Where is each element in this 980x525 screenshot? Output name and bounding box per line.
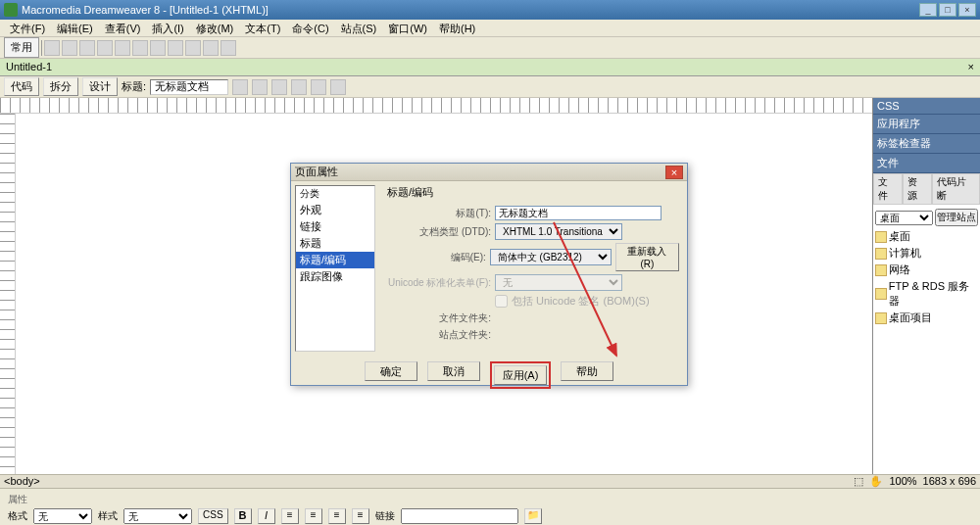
menu-item-4[interactable]: 修改(M) [190, 20, 240, 36]
browser-check-icon[interactable] [232, 79, 248, 95]
folder-icon [875, 312, 887, 324]
dialog-close-button[interactable]: × [665, 166, 683, 179]
panel-css[interactable]: CSS [873, 98, 980, 115]
document-toolbar: 代码 拆分 设计 标题: [0, 76, 980, 98]
tree-item[interactable]: FTP & RDS 服务器 [875, 278, 978, 310]
ok-button[interactable]: 确定 [365, 361, 417, 381]
panel-application[interactable]: 应用程序 [873, 115, 980, 134]
page-properties-dialog: 页面属性 × 分类 外观链接标题标题/编码跟踪图像 标题/编码 标题(T): 文… [290, 163, 688, 386]
document-tab[interactable]: Untitled-1 × [0, 59, 980, 76]
category-item[interactable]: 链接 [296, 218, 374, 235]
ruler-horizontal [0, 98, 872, 114]
hand-tool-icon[interactable]: ✋ [869, 475, 883, 488]
app-logo-icon [4, 3, 18, 17]
refresh-icon[interactable] [311, 79, 326, 95]
files-tab-snippets[interactable]: 代码片断 [932, 173, 981, 205]
email-icon[interactable] [62, 40, 77, 56]
image-icon[interactable] [115, 40, 130, 56]
tree-item[interactable]: 桌面项目 [875, 310, 978, 326]
tree-item[interactable]: 计算机 [875, 245, 978, 262]
panel-tag-inspector[interactable]: 标签检查器 [873, 134, 980, 154]
file-mgmt-icon[interactable] [271, 79, 287, 95]
zoom-level[interactable]: 100% [889, 475, 916, 488]
align-left-icon[interactable]: ≡ [281, 508, 299, 524]
comment-icon[interactable] [185, 40, 201, 56]
italic-button[interactable]: I [258, 508, 275, 524]
align-justify-icon[interactable]: ≡ [352, 508, 369, 524]
menu-item-2[interactable]: 查看(V) [99, 20, 147, 36]
link-input[interactable] [401, 508, 518, 524]
dialog-title-input[interactable] [495, 206, 662, 220]
category-item[interactable]: 外观 [296, 202, 374, 218]
align-right-icon[interactable]: ≡ [328, 508, 346, 524]
properties-header[interactable]: 属性 [8, 493, 972, 506]
files-panel-body: 桌面 管理站点 桌面计算机网络FTP & RDS 服务器桌面项目 [873, 205, 980, 474]
tree-item[interactable]: 网络 [875, 262, 978, 278]
bold-button[interactable]: B [234, 508, 252, 524]
menu-item-8[interactable]: 窗口(W) [382, 20, 433, 36]
computer-icon [875, 248, 887, 260]
menu-item-9[interactable]: 帮助(H) [433, 20, 481, 36]
section-title: 标题/编码 [387, 185, 679, 200]
network-icon [875, 264, 887, 276]
app-title: Macromedia Dreamweaver 8 - [Untitled-1 (… [22, 4, 919, 16]
format-label: 格式 [8, 509, 27, 523]
preview-icon[interactable] [291, 79, 307, 95]
panel-files[interactable]: 文件 [873, 154, 980, 173]
menubar: 文件(F)编辑(E)查看(V)插入(I)修改(M)文本(T)命令(C)站点(S)… [0, 20, 980, 37]
table-icon[interactable] [97, 40, 113, 56]
menu-item-3[interactable]: 插入(I) [146, 20, 189, 36]
code-view-button[interactable]: 代码 [4, 77, 39, 96]
design-view-button[interactable]: 设计 [82, 77, 118, 96]
menu-item-1[interactable]: 编辑(E) [51, 20, 99, 36]
css-button[interactable]: CSS [198, 508, 228, 524]
category-header: 分类 [296, 186, 374, 202]
tab-common[interactable]: 常用 [4, 37, 39, 58]
tag-icon[interactable] [220, 40, 236, 56]
align-center-icon[interactable]: ≡ [305, 508, 322, 524]
files-tab-files[interactable]: 文件 [873, 173, 903, 205]
tag-body[interactable]: <body> [4, 475, 40, 488]
style-select[interactable]: 无 [123, 508, 192, 524]
unicode-norm-label: Unicode 标准化表单(F): [387, 276, 491, 290]
doc-close-icon[interactable]: × [968, 61, 974, 73]
menu-item-6[interactable]: 命令(C) [286, 20, 334, 36]
title-input[interactable] [150, 79, 228, 95]
category-item[interactable]: 跟踪图像 [296, 268, 374, 285]
date-icon[interactable] [150, 40, 166, 56]
reload-button[interactable]: 重新载入(R) [615, 243, 679, 271]
file-folder-label: 文件文件夹: [387, 311, 491, 325]
cancel-button[interactable]: 取消 [427, 361, 480, 381]
apply-highlight: 应用(A) [490, 361, 551, 389]
close-window-button[interactable]: × [958, 3, 976, 17]
select-tool-icon[interactable]: ⬚ [854, 475, 863, 488]
apply-button[interactable]: 应用(A) [494, 365, 547, 385]
tree-item[interactable]: 桌面 [875, 228, 978, 245]
ftp-icon [875, 288, 887, 300]
hyperlink-icon[interactable] [44, 40, 60, 56]
maximize-button[interactable]: □ [939, 3, 956, 17]
template-icon[interactable] [203, 40, 219, 56]
encoding-select[interactable]: 简体中文 (GB2312) [490, 249, 612, 265]
files-tab-assets[interactable]: 资源 [903, 173, 932, 205]
category-item[interactable]: 标题/编码 [296, 252, 374, 268]
encoding-label: 编码(E): [387, 251, 486, 264]
dtd-select[interactable]: XHTML 1.0 Transitional [495, 223, 622, 240]
minimize-button[interactable]: _ [919, 3, 937, 17]
menu-item-0[interactable]: 文件(F) [4, 20, 51, 36]
category-item[interactable]: 标题 [296, 235, 374, 252]
menu-item-5[interactable]: 文本(T) [239, 20, 286, 36]
format-select[interactable]: 无 [33, 508, 92, 524]
media-icon[interactable] [132, 40, 148, 56]
insert-toolbar: 常用 [0, 37, 980, 59]
anchor-icon[interactable] [79, 40, 95, 56]
server-icon[interactable] [168, 40, 183, 56]
link-folder-icon[interactable]: 📁 [524, 508, 542, 524]
view-options-icon[interactable] [330, 79, 346, 95]
validate-icon[interactable] [252, 79, 268, 95]
help-button[interactable]: 帮助 [561, 361, 613, 381]
menu-item-7[interactable]: 站点(S) [335, 20, 383, 36]
split-view-button[interactable]: 拆分 [43, 77, 78, 96]
site-select[interactable]: 桌面 [875, 211, 933, 225]
manage-sites-button[interactable]: 管理站点 [935, 209, 978, 226]
